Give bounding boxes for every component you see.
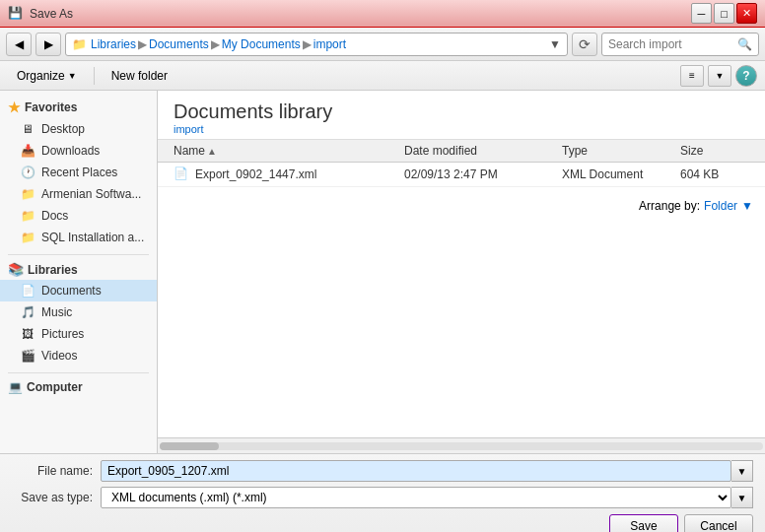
forward-button[interactable]: ▶ [35, 33, 61, 56]
sidebar: ★ Favorites 🖥 Desktop 📥 Downloads 🕐 Rece… [0, 91, 158, 453]
breadcrumb-dropdown[interactable]: ▼ [549, 37, 561, 51]
file-list-header: Documents library import [158, 91, 765, 140]
new-folder-button[interactable]: New folder [103, 65, 176, 87]
star-icon: ★ [8, 100, 21, 115]
library-subtitle[interactable]: import [174, 123, 749, 135]
arrange-by-value[interactable]: Folder [704, 199, 737, 213]
save-button[interactable]: Save [609, 514, 678, 532]
back-button[interactable]: ◀ [6, 33, 32, 56]
folder-docs-icon: 📁 [20, 208, 35, 224]
file-name-input[interactable] [101, 460, 731, 482]
sort-arrow-name: ▲ [207, 146, 217, 157]
arrange-dropdown-icon[interactable]: ▼ [741, 199, 753, 213]
title-bar-icon: 💾 [8, 6, 24, 22]
sidebar-item-documents[interactable]: 📄 Documents [0, 280, 157, 301]
save-as-type-wrap: XML documents (.xml) (*.xml) ▼ [101, 487, 753, 508]
file-type: XML Document [562, 167, 680, 181]
sidebar-item-sql[interactable]: 📁 SQL Installation a... [0, 227, 157, 248]
file-name-row: File name: ▼ [12, 460, 753, 482]
libraries-header[interactable]: 📚 Libraries [0, 259, 157, 280]
downloads-icon: 📥 [20, 143, 35, 159]
favorites-section: ★ Favorites 🖥 Desktop 📥 Downloads 🕐 Rece… [0, 97, 157, 248]
breadcrumb-icon: 📁 [72, 37, 87, 51]
music-icon: 🎵 [20, 304, 35, 320]
main-content: ★ Favorites 🖥 Desktop 📥 Downloads 🕐 Rece… [0, 91, 765, 453]
save-as-type-select[interactable]: XML documents (.xml) (*.xml) [101, 487, 731, 508]
file-name-input-wrap: ▼ [101, 460, 753, 482]
col-header-type[interactable]: Type [562, 144, 680, 158]
col-header-name[interactable]: Name ▲ [174, 144, 404, 158]
title-bar-title: Save As [30, 7, 691, 21]
hscroll-thumb[interactable] [160, 442, 219, 450]
sidebar-item-videos[interactable]: 🎬 Videos [0, 345, 157, 366]
breadcrumb: 📁 Libraries ▶ Documents ▶ My Documents ▶… [65, 33, 568, 56]
arrange-by-row: Arrange by: Folder ▼ [639, 199, 753, 213]
arrange-by-label: Arrange by: [639, 199, 700, 213]
table-row[interactable]: 📄 Export_0902_1447.xml 02/09/13 2:47 PM … [158, 163, 765, 187]
favorites-header[interactable]: ★ Favorites [0, 97, 157, 118]
help-button[interactable]: ? [735, 65, 757, 87]
libraries-icon: 📚 [8, 262, 24, 277]
sidebar-item-armenian[interactable]: 📁 Armenian Softwa... [0, 183, 157, 205]
view-dropdown-button[interactable]: ▼ [708, 65, 731, 87]
title-bar-controls: ─ □ ✕ [691, 3, 757, 24]
hscroll-track [160, 442, 763, 450]
toolbar-right: ≡ ▼ ? [680, 65, 757, 87]
horizontal-scrollbar[interactable] [158, 437, 765, 453]
breadcrumb-import[interactable]: import [313, 37, 346, 51]
file-name-dropdown[interactable]: ▼ [731, 460, 753, 482]
sidebar-item-docs[interactable]: 📁 Docs [0, 205, 157, 227]
refresh-button[interactable]: ⟳ [572, 33, 597, 56]
col-header-size[interactable]: Size [680, 144, 749, 158]
save-type-dropdown[interactable]: ▼ [731, 487, 753, 508]
computer-section: 💻 Computer [0, 377, 157, 397]
search-icon: 🔍 [737, 37, 752, 51]
cancel-button[interactable]: Cancel [684, 514, 753, 532]
toolbar: Organize ▼ New folder ≡ ▼ ? [0, 61, 765, 91]
nav-bar: ◀ ▶ 📁 Libraries ▶ Documents ▶ My Documen… [0, 28, 765, 61]
sidebar-divider-1 [8, 254, 149, 255]
computer-header[interactable]: 💻 Computer [0, 377, 157, 397]
breadcrumb-mydocuments[interactable]: My Documents [222, 37, 301, 51]
title-bar: 💾 Save As ─ □ ✕ [0, 0, 765, 28]
folder-sql-icon: 📁 [20, 230, 35, 245]
action-row: Save Cancel [12, 514, 753, 532]
toolbar-separator [94, 67, 95, 85]
file-name-label: File name: [12, 464, 101, 478]
file-date: 02/09/13 2:47 PM [404, 167, 562, 181]
bottom-bar: File name: ▼ Save as type: XML documents… [0, 453, 765, 532]
sidebar-item-downloads[interactable]: 📥 Downloads [0, 140, 157, 162]
file-list-area: Documents library import Arrange by: Fol… [158, 91, 765, 453]
documents-lib-icon: 📄 [20, 283, 35, 299]
organize-button[interactable]: Organize ▼ [8, 65, 86, 87]
save-as-type-row: Save as type: XML documents (.xml) (*.xm… [12, 487, 753, 508]
sidebar-item-pictures[interactable]: 🖼 Pictures [0, 323, 157, 345]
sidebar-item-music[interactable]: 🎵 Music [0, 301, 157, 323]
file-table-header: Name ▲ Date modified Type Size [158, 140, 765, 163]
breadcrumb-documents[interactable]: Documents [149, 37, 209, 51]
pictures-icon: 🖼 [20, 326, 35, 342]
search-input[interactable] [608, 37, 733, 51]
desktop-icon: 🖥 [20, 121, 35, 137]
view-button[interactable]: ≡ [680, 65, 704, 87]
file-name-cell: 📄 Export_0902_1447.xml [174, 166, 404, 182]
recent-places-icon: 🕐 [20, 165, 35, 180]
breadcrumb-libraries[interactable]: Libraries [91, 37, 136, 51]
maximize-button[interactable]: □ [714, 3, 734, 24]
col-header-date[interactable]: Date modified [404, 144, 562, 158]
computer-icon: 💻 [8, 380, 23, 394]
search-box: 🔍 [601, 33, 759, 56]
close-button[interactable]: ✕ [736, 3, 757, 24]
file-size: 604 KB [680, 167, 749, 181]
xml-file-icon: 📄 [174, 166, 189, 182]
library-title: Documents library [174, 100, 749, 123]
sidebar-item-recent-places[interactable]: 🕐 Recent Places [0, 162, 157, 183]
libraries-section: 📚 Libraries 📄 Documents 🎵 Music 🖼 Pictur… [0, 259, 157, 366]
sidebar-item-desktop[interactable]: 🖥 Desktop [0, 118, 157, 140]
save-as-type-label: Save as type: [12, 491, 101, 504]
minimize-button[interactable]: ─ [691, 3, 712, 24]
organize-dropdown-icon: ▼ [68, 71, 77, 81]
videos-icon: 🎬 [20, 348, 35, 364]
sidebar-divider-2 [8, 372, 149, 373]
folder-armenian-icon: 📁 [20, 186, 35, 202]
